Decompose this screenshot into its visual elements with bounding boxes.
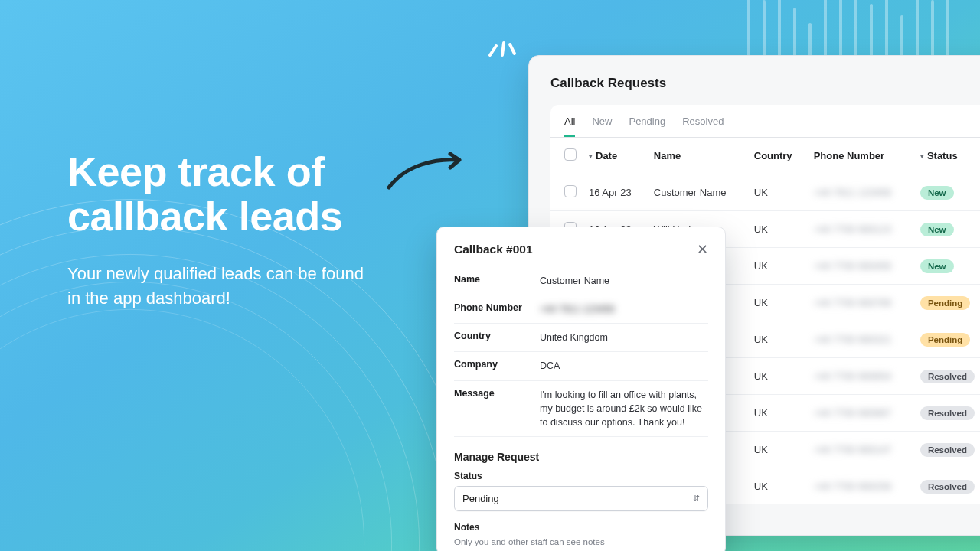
status-badge: Resolved bbox=[920, 443, 975, 457]
cell-phone: +44 7700 900456 bbox=[808, 248, 914, 285]
cell-phone: +44 7700 900789 bbox=[808, 285, 914, 321]
tab-resolved[interactable]: Resolved bbox=[682, 116, 724, 137]
cell-date: 16 Apr 23 bbox=[583, 174, 648, 211]
tab-all[interactable]: All bbox=[564, 116, 575, 137]
label-country: Country bbox=[454, 331, 540, 341]
cell-phone: +44 7700 900258 bbox=[808, 468, 914, 505]
tab-pending[interactable]: Pending bbox=[629, 116, 665, 137]
status-badge: New bbox=[920, 259, 954, 273]
callback-detail-card: Callback #001 ✕ Name Customer Name Phone… bbox=[436, 227, 726, 551]
value-phone: +44 7911 123456 bbox=[540, 302, 708, 316]
hero-subtitle: Your newly qualified leads can be found … bbox=[67, 262, 374, 311]
cell-phone: +44 7700 900123 bbox=[808, 211, 914, 248]
cell-country: UK bbox=[748, 211, 808, 248]
cell-country: UK bbox=[748, 248, 808, 285]
cell-status: Pending bbox=[914, 285, 980, 321]
close-icon[interactable]: ✕ bbox=[697, 243, 708, 256]
label-name: Name bbox=[454, 274, 540, 285]
status-badge: Resolved bbox=[920, 406, 975, 420]
value-company: DCA bbox=[540, 359, 708, 373]
cell-country: UK bbox=[748, 321, 808, 358]
cell-phone: +44 7700 900147 bbox=[808, 432, 914, 468]
cell-status: New bbox=[914, 174, 980, 211]
status-select-value: Pending bbox=[462, 493, 499, 504]
select-all-checkbox[interactable] bbox=[564, 148, 577, 161]
status-select[interactable]: Pending ⇵ bbox=[454, 486, 708, 511]
col-date[interactable]: ▾Date bbox=[583, 138, 648, 174]
status-field-label: Status bbox=[454, 471, 708, 481]
col-name[interactable]: Name bbox=[648, 138, 748, 174]
cell-status: Resolved bbox=[914, 395, 980, 432]
status-badge: Resolved bbox=[920, 480, 975, 494]
cell-phone: +44 7700 900987 bbox=[808, 395, 914, 432]
panel-title: Callback Requests bbox=[550, 76, 980, 91]
cell-name: Customer Name bbox=[648, 174, 748, 211]
label-message: Message bbox=[454, 388, 540, 399]
hero-title: Keep track of callback leads bbox=[67, 149, 374, 239]
cell-phone: +44 7700 900654 bbox=[808, 358, 914, 395]
cell-status: Resolved bbox=[914, 432, 980, 468]
cell-country: UK bbox=[748, 395, 808, 432]
tab-new[interactable]: New bbox=[592, 116, 612, 137]
cell-status: New bbox=[914, 248, 980, 285]
cell-status: Resolved bbox=[914, 468, 980, 505]
label-company: Company bbox=[454, 359, 540, 370]
notes-helper-text: Only you and other staff can see notes bbox=[454, 537, 708, 546]
label-phone: Phone Number bbox=[454, 302, 540, 313]
status-tabs: All New Pending Resolved bbox=[550, 105, 980, 138]
status-badge: Resolved bbox=[920, 370, 975, 383]
cell-country: UK bbox=[748, 432, 808, 468]
cell-country: UK bbox=[748, 468, 808, 505]
status-badge: Pending bbox=[920, 333, 970, 347]
manage-request-heading: Manage Request bbox=[454, 451, 708, 463]
arrow-icon bbox=[383, 149, 467, 198]
cell-status: Pending bbox=[914, 321, 980, 358]
col-status[interactable]: ▾Status bbox=[914, 138, 980, 174]
cell-country: UK bbox=[748, 285, 808, 321]
row-checkbox[interactable] bbox=[564, 185, 577, 197]
value-country: United Kingdom bbox=[540, 331, 708, 344]
cell-status: Resolved bbox=[914, 358, 980, 395]
value-name: Customer Name bbox=[540, 274, 708, 288]
table-row[interactable]: 16 Apr 23Customer NameUK+44 7911 123456N… bbox=[550, 174, 980, 211]
status-badge: New bbox=[920, 186, 954, 200]
notes-field-label: Notes bbox=[454, 522, 708, 533]
value-message: I'm looking to fill an office with plant… bbox=[540, 388, 708, 429]
cell-phone: +44 7700 900321 bbox=[808, 321, 914, 358]
hero-copy: Keep track of callback leads Your newly … bbox=[67, 149, 374, 310]
col-country[interactable]: Country bbox=[748, 138, 808, 174]
status-badge: Pending bbox=[920, 296, 970, 310]
status-badge: New bbox=[920, 223, 954, 236]
cell-phone: +44 7911 123456 bbox=[808, 174, 914, 211]
table-header-row: ▾Date Name Country Phone Number ▾Status … bbox=[550, 138, 980, 174]
sparkle-accent-icon bbox=[485, 29, 519, 63]
cell-country: UK bbox=[748, 174, 808, 211]
cell-status: New bbox=[914, 211, 980, 248]
cell-country: UK bbox=[748, 358, 808, 395]
detail-title: Callback #001 bbox=[454, 243, 533, 256]
col-phone[interactable]: Phone Number bbox=[808, 138, 914, 174]
chevron-updown-icon: ⇵ bbox=[693, 494, 700, 504]
